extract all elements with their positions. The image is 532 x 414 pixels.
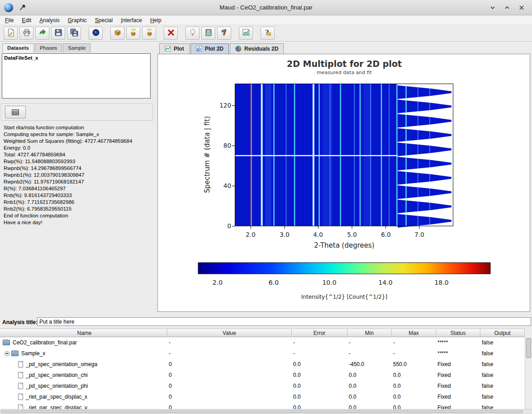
column-header-min[interactable]: Min bbox=[347, 329, 392, 337]
table-row[interactable]: _pd_spec_orientation_chi00.00.00.0Fixedf… bbox=[0, 370, 525, 381]
menu-edit[interactable]: Edit bbox=[18, 16, 35, 25]
status-cell: Fixed bbox=[436, 394, 480, 400]
tab-datasets[interactable]: Datasets bbox=[2, 43, 34, 52]
window-title: Maud - CeO2_calibration_final.par bbox=[0, 4, 532, 11]
new-analysis-button[interactable] bbox=[4, 27, 18, 40]
plot-options-button[interactable] bbox=[239, 27, 253, 40]
menu-help[interactable]: Help bbox=[146, 16, 166, 25]
analysis-title-input[interactable] bbox=[37, 317, 531, 326]
doc-icon bbox=[18, 394, 23, 400]
folder-icon bbox=[11, 351, 19, 356]
output-cell: false bbox=[480, 405, 525, 409]
log-line: Rnb(%): 9.816143729403333 bbox=[4, 192, 151, 199]
cube-icon bbox=[114, 28, 122, 38]
delete-button[interactable] bbox=[164, 27, 178, 40]
table-row[interactable]: _riet_par_spec_displac_y00.00.00.0Fixedf… bbox=[0, 402, 525, 409]
value-cell: 0 bbox=[167, 361, 292, 367]
param-name-cell: _pd_spec_orientation_omega bbox=[0, 361, 167, 367]
close-icon[interactable] bbox=[518, 4, 526, 12]
table-row[interactable]: _pd_spec_orientation_omega00.0-450.0550.… bbox=[0, 359, 525, 370]
svg-text:?: ? bbox=[265, 28, 269, 36]
parameter-table: Name Value Error Min Max Status Output C… bbox=[0, 329, 532, 414]
horizontal-scrollbar[interactable] bbox=[0, 409, 532, 414]
column-header-value[interactable]: Value bbox=[167, 329, 292, 337]
param-name-cell: CeO2_calibration_final.par bbox=[0, 339, 167, 346]
help-button[interactable]: ? bbox=[261, 27, 275, 40]
horizontal-scrollbar-thumb[interactable] bbox=[1, 410, 523, 413]
save-button[interactable] bbox=[51, 27, 65, 40]
save-as-button[interactable] bbox=[67, 27, 81, 40]
max-cell: 0.0 bbox=[392, 405, 436, 409]
output-cell: false bbox=[480, 383, 525, 389]
error-cell: - bbox=[292, 339, 347, 346]
minimize-icon[interactable] bbox=[489, 4, 497, 12]
y-axis-label: Spectrum # (data | fit) bbox=[203, 116, 211, 193]
printer-icon bbox=[23, 28, 31, 38]
table-row[interactable]: _riet_par_spec_displac_x00.00.00.0Fixedf… bbox=[0, 391, 525, 402]
right-panel: Plot Plot 2D Residuals 2D bbox=[156, 42, 532, 316]
residuals-pie-icon bbox=[235, 46, 242, 52]
import-object-button[interactable] bbox=[126, 27, 140, 40]
column-header-error[interactable]: Error bbox=[292, 329, 347, 337]
tab-plot-label: Plot bbox=[174, 46, 184, 52]
tree-expander-icon[interactable] bbox=[5, 351, 10, 356]
print-button[interactable] bbox=[19, 27, 33, 40]
column-header-max[interactable]: Max bbox=[392, 329, 436, 337]
menu-analysis[interactable]: Analysis bbox=[35, 16, 64, 25]
tab-plot[interactable]: Plot bbox=[159, 43, 190, 54]
error-cell: 0.0 bbox=[292, 394, 347, 400]
maximize-icon[interactable] bbox=[503, 4, 511, 12]
doc-icon bbox=[18, 405, 23, 409]
log-line: Start rita/rista function computation bbox=[4, 124, 151, 131]
compute-button[interactable] bbox=[201, 27, 215, 40]
menu-interface[interactable]: Interface bbox=[117, 16, 146, 25]
x-tick-label: 7.0 bbox=[414, 231, 424, 238]
param-table-body: CeO2_calibration_final.par----*****false… bbox=[0, 337, 525, 409]
menu-graphic[interactable]: Graphic bbox=[64, 16, 91, 25]
table-row[interactable]: _pd_spec_orientation_phi00.00.00.0Fixedf… bbox=[0, 381, 525, 391]
min-cell: 0.0 bbox=[347, 372, 392, 378]
menu-file[interactable]: File bbox=[1, 16, 18, 25]
main-area: Datasets Phases Sample DataFileSet_x Sta… bbox=[0, 42, 532, 316]
column-header-status[interactable]: Status bbox=[436, 329, 480, 337]
export-object-button[interactable] bbox=[142, 27, 156, 40]
param-name: CeO2_calibration_final.par bbox=[13, 339, 77, 346]
param-name: _riet_par_spec_displac_y bbox=[26, 405, 87, 409]
vertical-scrollbar[interactable] bbox=[525, 337, 532, 409]
tab-sample[interactable]: Sample bbox=[63, 43, 90, 52]
column-header-output[interactable]: Output bbox=[480, 329, 525, 337]
export-results-button[interactable] bbox=[35, 27, 49, 40]
param-name-cell: _pd_spec_orientation_chi bbox=[0, 372, 167, 378]
table-row[interactable]: CeO2_calibration_final.par----*****false bbox=[0, 337, 525, 348]
value-cell: 0 bbox=[167, 394, 292, 400]
object-browser-button[interactable] bbox=[110, 27, 124, 40]
tab-phases[interactable]: Phases bbox=[35, 43, 62, 52]
colorbar-tick-label: 10.0 bbox=[322, 279, 336, 286]
max-cell: - bbox=[392, 339, 436, 346]
value-cell: - bbox=[167, 339, 292, 346]
doc-icon bbox=[18, 383, 23, 389]
plot-2d-panel[interactable]: 2D Multiplot for 2D plot measured data a… bbox=[157, 54, 530, 312]
hints-button[interactable] bbox=[185, 27, 200, 40]
dataset-edit-button[interactable] bbox=[5, 106, 26, 118]
status-cell: Fixed bbox=[436, 383, 480, 389]
param-name: _pd_spec_orientation_chi bbox=[26, 372, 88, 378]
tools-button[interactable] bbox=[217, 27, 231, 40]
column-header-name[interactable]: Name bbox=[0, 329, 167, 337]
menu-special[interactable]: Special bbox=[91, 16, 117, 25]
table-header: Name Value Error Min Max Status Output bbox=[0, 329, 525, 337]
vertical-scrollbar-thumb[interactable] bbox=[526, 338, 531, 358]
log-line: Rnb2(%): 6.79583529550115 bbox=[4, 206, 151, 212]
line-chart-icon bbox=[165, 46, 171, 52]
refinement-options-button[interactable] bbox=[89, 27, 103, 40]
status-cell: Fixed bbox=[436, 372, 480, 378]
table-row[interactable]: Sample_x----*****false bbox=[0, 348, 525, 359]
tab-plot-2d[interactable]: Plot 2D bbox=[190, 43, 229, 54]
y-tick-label: 40 bbox=[223, 182, 231, 189]
tab-residuals-2d[interactable]: Residuals 2D bbox=[230, 43, 284, 54]
dataset-list[interactable]: DataFileSet_x bbox=[2, 53, 151, 99]
dataset-list-item[interactable]: DataFileSet_x bbox=[4, 55, 148, 61]
param-name: _riet_par_spec_displac_x bbox=[26, 394, 87, 400]
output-cell: false bbox=[480, 350, 525, 357]
double-floppy-icon bbox=[70, 28, 78, 38]
